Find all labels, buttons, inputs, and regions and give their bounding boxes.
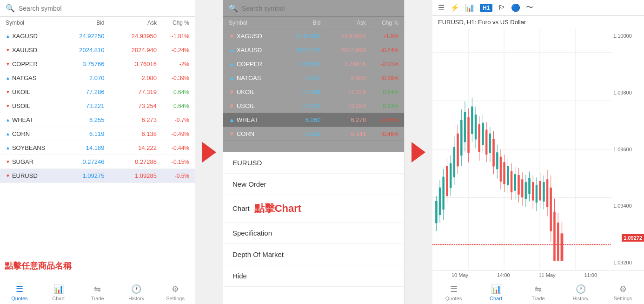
- table-row[interactable]: ▲ XAGUSD 24.92250 24.93950 -1.81%: [0, 29, 195, 43]
- svg-rect-15: [443, 177, 445, 209]
- context-menu: EURUSD New Order Chart 點擊Chart Specifica…: [223, 152, 404, 304]
- nav-settings-3[interactable]: ⚙ Settings: [602, 280, 644, 304]
- nav-history-3[interactable]: 🕐 History: [559, 280, 602, 304]
- svg-rect-60: [543, 182, 544, 202]
- nav-chart-3[interactable]: 📊 Chart: [475, 280, 517, 304]
- hamburger-icon[interactable]: ☰: [438, 3, 445, 12]
- table-row[interactable]: ▲ NATGAS 2.070 2.080 -0.39%: [0, 71, 195, 85]
- ask-cell: 2.080: [105, 74, 157, 81]
- table-row[interactable]: ▲ WHEAT 6.255 6.273 -0.7%: [0, 113, 195, 127]
- menu-direction-arrow: ▼: [229, 88, 235, 95]
- menu-symbol-cell: ▲ XAUUSD: [229, 47, 275, 54]
- bid-cell: 3.75766: [52, 61, 105, 68]
- menu-chg-cell: -0.24%: [366, 47, 398, 54]
- symbol-cell: ▲ XAGUSD: [6, 33, 52, 40]
- ask-cell: 6.273: [105, 116, 157, 123]
- search-input-2[interactable]: [242, 5, 398, 12]
- menu-item-specification[interactable]: Specification: [223, 223, 404, 244]
- svg-rect-66: [457, 134, 459, 166]
- wave-icon[interactable]: 〜: [526, 3, 533, 13]
- svg-rect-105: [550, 188, 552, 231]
- menu-table-row[interactable]: ▲ WHEAT 6.260 6.278 -0.65%: [223, 113, 404, 127]
- table-row[interactable]: ▼ SUGAR 0.27246 0.27286 -0.15%: [0, 155, 195, 169]
- table-row[interactable]: ▼ UKOIL 77.286 77.319 0.64%: [0, 85, 195, 99]
- flag-icon[interactable]: 🏳: [498, 4, 505, 12]
- menu-table-row[interactable]: ▲ COPPER 3.75816 3.76016 -2.01%: [223, 57, 404, 71]
- symbol-name: SOYBEANS: [12, 144, 46, 151]
- quotes-table-1: ▲ XAGUSD 24.92250 24.93950 -1.81% ▼ XAUU…: [0, 29, 195, 280]
- time-label-3: 11:00: [584, 272, 597, 278]
- menu-symbol-name: NATGAS: [237, 74, 261, 81]
- menu-item-depth[interactable]: Depth Of Market: [223, 244, 404, 265]
- nav-quotes-1[interactable]: ☰ Quotes: [0, 280, 39, 304]
- chart-icon-3: 📊: [491, 284, 501, 294]
- svg-rect-102: [546, 180, 548, 207]
- menu-item-eurusd[interactable]: EURUSD: [223, 152, 404, 174]
- ask-cell: 0.27286: [105, 158, 157, 165]
- menu-symbol-name: COPPER: [237, 61, 262, 68]
- bid-cell: 2024.810: [52, 47, 105, 54]
- menu-table-row[interactable]: ▲ XAUUSD 2024.770 2024.890 -0.24%: [223, 43, 404, 57]
- symbol-cell: ▼ COPPER: [6, 61, 52, 68]
- nav-quotes-label-1: Quotes: [11, 296, 27, 301]
- nav-history-1[interactable]: 🕐 History: [117, 280, 156, 304]
- svg-rect-9: [435, 201, 437, 223]
- time-label-2: 11 May: [538, 272, 555, 278]
- menu-bid-cell: 77.286: [275, 88, 321, 95]
- menu-symbol-name: XAUUSD: [237, 47, 262, 54]
- svg-rect-33: [475, 115, 477, 139]
- chart-area[interactable]: 1.10000 1.09800 1.09600 1.09400 1.09200 …: [432, 28, 644, 270]
- time-label-1: 14:00: [497, 272, 510, 278]
- timeframe-badge[interactable]: H1: [480, 4, 492, 12]
- symbol-name: WHEAT: [12, 116, 33, 123]
- search-icon-1: 🔍: [6, 4, 15, 13]
- quotes-icon-1: ☰: [16, 284, 23, 294]
- symbol-name: XAUUSD: [12, 47, 37, 54]
- symbol-cell: ▲ NATGAS: [6, 74, 52, 81]
- table-row[interactable]: ▼ EURUSD 1.09275 1.09285 -0.5%: [0, 169, 195, 183]
- table-row[interactable]: ▼ USOIL 73.221 73.254 0.64%: [0, 99, 195, 113]
- nav-chart-label-3: Chart: [490, 296, 502, 301]
- menu-table-row[interactable]: ▼ CORN 6.122 6.141 -0.46%: [223, 127, 404, 141]
- chg-cell: -0.15%: [157, 159, 189, 165]
- table-row[interactable]: ▲ CORN 6.119 6.138 -0.49%: [0, 127, 195, 141]
- menu-symbol-name: UKOIL: [237, 88, 255, 95]
- menu-item-hide[interactable]: Hide: [223, 265, 404, 287]
- menu-item-new-order[interactable]: New Order: [223, 174, 404, 195]
- ask-cell: 73.254: [105, 102, 157, 109]
- nav-history-label-1: History: [128, 296, 144, 301]
- menu-col-ask: Ask: [321, 20, 366, 26]
- menu-chg-cell: 0.64%: [366, 89, 398, 95]
- nav-trade-1[interactable]: ⇋ Trade: [78, 280, 117, 304]
- table-row[interactable]: ▼ COPPER 3.75766 3.76016 -2%: [0, 57, 195, 71]
- table-row[interactable]: ▲ SOYBEANS 14.189 14.222 -0.44%: [0, 141, 195, 155]
- menu-ask-cell: 2024.890: [321, 47, 366, 54]
- table-row[interactable]: ▼ XAUUSD 2024.810 2024.940 -0.24%: [0, 43, 195, 57]
- bottom-nav-1: ☰ Quotes 📊 Chart ⇋ Trade 🕐 History ⚙ Set…: [0, 280, 195, 304]
- circle-icon[interactable]: 🔵: [511, 3, 520, 12]
- nav-chart-1[interactable]: 📊 Chart: [39, 280, 78, 304]
- bid-cell: 2.070: [52, 74, 105, 81]
- chg-cell: 0.64%: [157, 89, 189, 95]
- nav-settings-1[interactable]: ⚙ Settings: [156, 280, 195, 304]
- svg-rect-24: [460, 120, 462, 155]
- svg-rect-108: [554, 212, 556, 261]
- menu-depth-label: Depth Of Market: [232, 250, 284, 258]
- indicators-icon[interactable]: ⚡: [450, 3, 459, 12]
- menu-table-row[interactable]: ▼ UKOIL 77.286 77.319 0.64%: [223, 85, 404, 99]
- menu-chg-cell: -0.65%: [366, 117, 398, 123]
- search-input-1[interactable]: [19, 5, 189, 12]
- symbol-cell: ▼ XAUUSD: [6, 47, 52, 54]
- bid-cell: 0.27246: [52, 158, 105, 165]
- time-axis: 10 May 14:00 11 May 11:00: [432, 270, 644, 280]
- zoom-icon[interactable]: 📊: [465, 3, 474, 12]
- nav-quotes-label-3: Quotes: [445, 296, 462, 301]
- menu-table-row[interactable]: ▼ XAGUSD 24.91950 24.93650 -1.8%: [223, 29, 404, 43]
- nav-trade-3[interactable]: ⇋ Trade: [517, 280, 559, 304]
- menu-item-chart[interactable]: Chart 點擊Chart: [223, 195, 404, 223]
- menu-ask-cell: 73.254: [321, 102, 366, 109]
- svg-rect-54: [529, 179, 531, 194]
- nav-quotes-3[interactable]: ☰ Quotes: [432, 280, 475, 304]
- menu-table-row[interactable]: ▲ NATGAS 2.070 2.080 -0.39%: [223, 71, 404, 85]
- menu-table-row[interactable]: ▼ USOIL 73.221 73.254 0.63%: [223, 99, 404, 113]
